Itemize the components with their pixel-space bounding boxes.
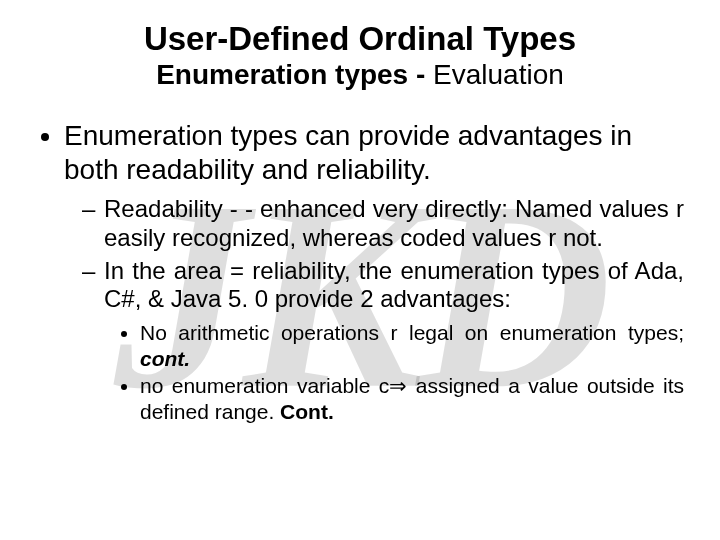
bullet-l2-1: In the area = reliability, the enumerati…: [104, 257, 684, 425]
bullet-l3-0-emph: cont.: [140, 347, 190, 370]
bullet-l2-1-text: In the area = reliability, the enumerati…: [104, 257, 684, 313]
slide-title: User-Defined Ordinal Types: [36, 20, 684, 58]
bullet-list-level3: No arithmetic operations r legal on enum…: [104, 320, 684, 424]
bullet-l3-1-pre: no enumeration variable c: [140, 374, 389, 397]
slide-content: User-Defined Ordinal Types Enumeration t…: [0, 0, 720, 425]
subtitle-bold: Enumeration types -: [156, 59, 433, 90]
bullet-l2-0-text: Readability - - enhanced very directly: …: [104, 195, 684, 251]
arrow-icon: ⇒: [389, 374, 407, 397]
bullet-l3-1: no enumeration variable c⇒ assigned a va…: [140, 373, 684, 424]
subtitle-rest: Evaluation: [433, 59, 564, 90]
bullet-l3-1-emph: Cont.: [280, 400, 334, 423]
bullet-l2-0: Readability - - enhanced very directly: …: [104, 195, 684, 253]
bullet-l3-0: No arithmetic operations r legal on enum…: [140, 320, 684, 371]
bullet-l1-0: Enumeration types can provide advantages…: [64, 119, 684, 425]
slide-subtitle: Enumeration types - Evaluation: [36, 60, 684, 91]
bullet-list-level2: Readability - - enhanced very directly: …: [64, 195, 684, 425]
bullet-l1-0-text: Enumeration types can provide advantages…: [64, 120, 632, 185]
bullet-list-level1: Enumeration types can provide advantages…: [36, 119, 684, 425]
bullet-l3-0-text: No arithmetic operations r legal on enum…: [140, 321, 684, 344]
